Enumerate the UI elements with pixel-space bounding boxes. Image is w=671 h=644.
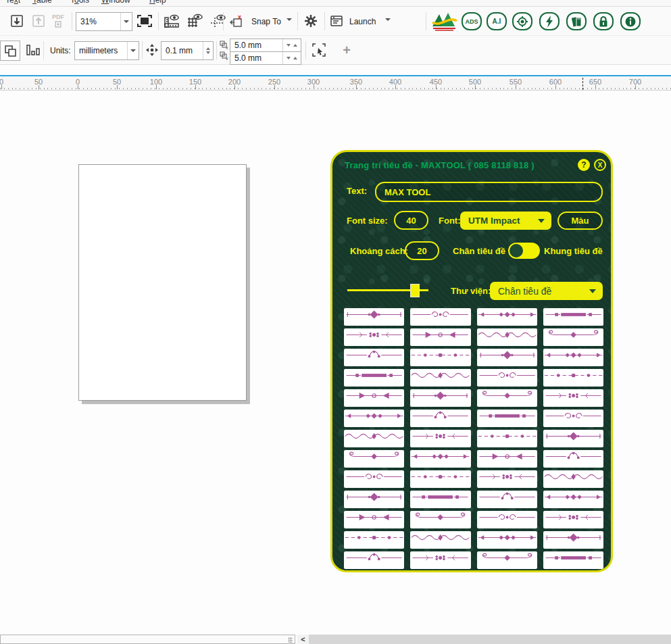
target-button[interactable] — [512, 12, 532, 30]
scroll-left-button[interactable]: < — [297, 635, 309, 644]
ornament-cell[interactable] — [477, 389, 537, 407]
show-guidelines-button[interactable] — [208, 12, 227, 30]
ornament-cell[interactable] — [410, 349, 470, 366]
ornament-cell[interactable] — [410, 430, 470, 447]
ornament-cell[interactable] — [410, 410, 470, 427]
ornament-cell[interactable] — [477, 369, 537, 387]
ornament-cell[interactable] — [344, 551, 404, 569]
ornament-cell[interactable] — [344, 491, 404, 508]
ornament-cell[interactable] — [477, 349, 537, 366]
snap-off-button[interactable]: x — [227, 12, 245, 30]
ornament-cell[interactable] — [344, 389, 404, 407]
ornament-cell[interactable] — [410, 511, 470, 528]
info-button[interactable] — [620, 12, 641, 30]
ornament-cell[interactable] — [543, 389, 603, 407]
library-dropdown[interactable]: Chân tiêu đề — [490, 282, 603, 300]
footer-frame-toggle[interactable] — [508, 243, 540, 259]
ornament-cell[interactable] — [477, 470, 537, 488]
ornament-cell[interactable] — [543, 491, 603, 508]
nudge-spinbox[interactable]: 0.1 mm — [161, 41, 214, 60]
align-bars-button[interactable] — [23, 41, 42, 59]
ornament-cell[interactable] — [410, 470, 470, 488]
ornament-cell[interactable] — [543, 551, 603, 569]
ads-button[interactable]: ADS — [462, 12, 482, 30]
ornament-cell[interactable] — [543, 369, 603, 387]
ornament-cell[interactable] — [543, 511, 603, 528]
snap-to-label[interactable]: Snap To — [251, 17, 281, 26]
ornament-cell[interactable] — [543, 308, 603, 326]
duplicate-y-spinbox[interactable]: 5.0 mm — [230, 51, 301, 65]
ornament-cell[interactable] — [344, 511, 404, 528]
launch-label[interactable]: Launch — [349, 17, 376, 26]
ornament-cell[interactable] — [477, 511, 537, 528]
zoom-level-combo[interactable]: 31% — [76, 12, 132, 31]
duplicate-x-spin[interactable] — [282, 39, 301, 51]
import-button[interactable] — [8, 12, 26, 30]
ornament-cell[interactable] — [543, 531, 603, 549]
snap-to-arrow[interactable] — [287, 18, 292, 21]
launch-button-icon-area[interactable] — [328, 13, 345, 29]
ornament-cell[interactable] — [410, 308, 470, 326]
ornament-cell[interactable] — [344, 328, 404, 346]
launch-arrow[interactable] — [385, 18, 391, 21]
ornament-cell[interactable] — [410, 450, 470, 468]
show-grid-button[interactable] — [185, 12, 204, 30]
ornament-cell[interactable] — [477, 328, 537, 346]
ornament-cell[interactable] — [543, 349, 603, 366]
ornament-cell[interactable] — [477, 450, 537, 468]
help-button[interactable]: ? — [578, 159, 590, 171]
ornament-cell[interactable] — [477, 430, 537, 447]
export-button[interactable] — [30, 12, 47, 30]
ornament-cell[interactable] — [543, 410, 603, 427]
ornament-cell[interactable] — [543, 470, 603, 488]
zoom-combo-arrow[interactable] — [120, 13, 132, 30]
menu-text[interactable]: Text — [5, 0, 20, 5]
units-combo[interactable]: millimeters — [74, 41, 139, 60]
ornament-cell[interactable] — [344, 369, 404, 387]
ornament-cell[interactable] — [477, 531, 537, 549]
ornament-cell[interactable] — [477, 410, 537, 427]
ornament-cell[interactable] — [410, 369, 470, 387]
group-objects-button[interactable] — [0, 41, 20, 61]
horizontal-scrollbar-track[interactable] — [309, 635, 671, 644]
ornament-cell[interactable] — [410, 491, 470, 508]
maxtool-logo[interactable] — [431, 11, 458, 32]
size-slider-thumb[interactable] — [410, 284, 420, 297]
menu-window[interactable]: Window — [101, 0, 130, 5]
ai-button[interactable]: A.I — [487, 12, 507, 30]
ornament-cell[interactable] — [477, 491, 537, 508]
add-button[interactable]: + — [339, 41, 354, 59]
ornament-cell[interactable] — [410, 531, 470, 549]
ornament-cell[interactable] — [543, 430, 603, 447]
fullscreen-preview-button[interactable] — [135, 12, 154, 30]
ornament-cell[interactable] — [344, 470, 404, 488]
menu-table[interactable]: Table — [32, 0, 52, 5]
ornament-cell[interactable] — [344, 410, 404, 427]
ornament-cell[interactable] — [344, 531, 404, 549]
lightning-button[interactable] — [539, 12, 560, 30]
font-dropdown[interactable]: UTM Impact — [460, 212, 551, 230]
text-input[interactable] — [375, 182, 603, 202]
ornament-cell[interactable] — [477, 308, 537, 326]
drawing-workspace[interactable]: Trang trí tiêu đề - MAXTOOL ( 085 8118 8… — [0, 91, 671, 633]
ornament-cell[interactable] — [344, 308, 404, 326]
ornament-cell[interactable] — [344, 430, 404, 447]
ornament-cell[interactable] — [543, 450, 603, 468]
ornament-cell[interactable] — [410, 551, 470, 569]
menu-tools[interactable]: Tools — [70, 0, 89, 5]
treat-as-filled-button[interactable] — [309, 41, 328, 59]
lock-button[interactable] — [593, 12, 614, 30]
nudge-spin-buttons[interactable] — [203, 42, 213, 59]
duplicate-y-spin[interactable] — [282, 52, 301, 64]
options-button[interactable] — [301, 12, 320, 30]
ornament-cell[interactable] — [477, 551, 537, 569]
ornament-cell[interactable] — [410, 328, 470, 346]
spacing-input[interactable] — [405, 241, 439, 260]
ornament-cell[interactable] — [543, 328, 603, 346]
horizontal-scrollbar-thumb[interactable] — [0, 635, 295, 644]
ornament-cell[interactable] — [344, 450, 404, 468]
color-button[interactable]: Màu — [557, 212, 603, 230]
font-size-input[interactable] — [394, 211, 428, 230]
ornament-cell[interactable] — [344, 349, 404, 366]
library-button[interactable] — [566, 12, 587, 30]
